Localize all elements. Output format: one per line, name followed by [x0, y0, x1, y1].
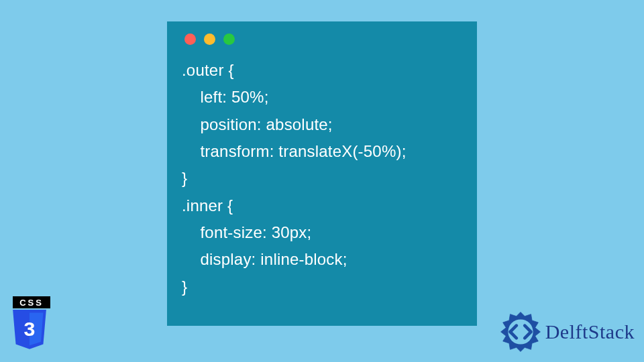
code-snippet: .outer { left: 50%; position: absolute; …	[182, 57, 462, 300]
delftstack-brand: DelftStack	[500, 311, 635, 353]
delftstack-brand-name: DelftStack	[545, 320, 635, 343]
css3-shield-icon: 3	[8, 310, 51, 353]
css3-logo-number: 3	[24, 318, 36, 340]
delftstack-gear-icon	[500, 311, 541, 353]
css3-logo-label: CSS	[13, 296, 50, 308]
window-traffic-lights	[182, 34, 462, 45]
code-window: .outer { left: 50%; position: absolute; …	[167, 21, 477, 326]
close-icon	[184, 34, 196, 45]
maximize-icon	[223, 34, 235, 45]
page-background: .outer { left: 50%; position: absolute; …	[0, 0, 644, 362]
css3-logo: CSS 3	[8, 296, 55, 355]
minimize-icon	[204, 34, 215, 45]
